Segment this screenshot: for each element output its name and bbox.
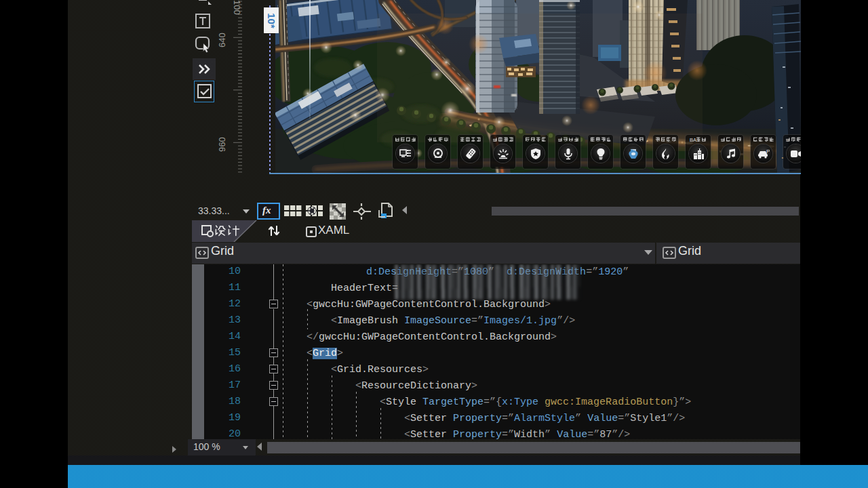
svg-text:BA: BA	[690, 137, 696, 142]
svg-text:640: 640	[217, 33, 227, 47]
svg-text:100: 100	[232, 0, 242, 15]
svg-text:P: P	[766, 148, 770, 155]
svg-text:960: 960	[217, 137, 227, 152]
